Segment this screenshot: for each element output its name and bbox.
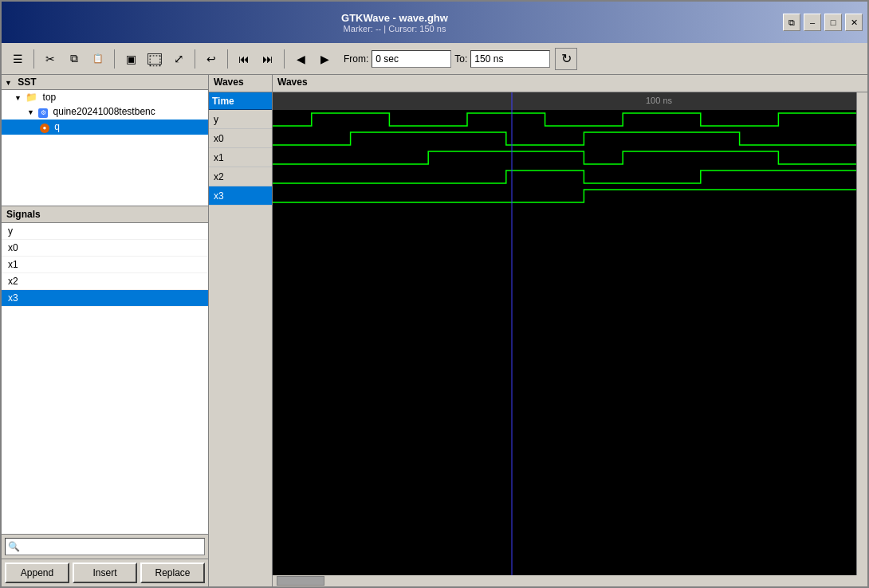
paste-icon: 📋 [92,53,104,64]
main-window: GTKWave - wave.ghw Marker: -- | Cursor: … [0,0,869,588]
signal-item-x2[interactable]: x2 [2,273,208,290]
signal-item-x3[interactable]: x3 [2,290,208,307]
sst-section: SST 📁 top ⚙ quine20241008testbenc ● q [2,75,208,206]
select-region-button[interactable]: ⬚ [144,48,166,70]
toolbar: ✂ ⧉ 📋 ▣ ⬚ ⤢ ↩ ⏮ ⏭ ◀ [2,43,867,75]
separator-3 [195,49,195,69]
waves-col-header: Waves [273,75,867,92]
sst-label: SST [18,76,36,88]
window-subtitle: Marker: -- | Cursor: 150 ns [344,24,446,33]
fast-fwd-button[interactable]: ⏭ [257,48,279,70]
signal-name-x3: x3 [214,190,224,202]
to-input[interactable] [470,50,550,68]
horizontal-scrollbar[interactable] [273,575,856,586]
separator-1 [33,49,34,69]
waves-col-label: Waves [277,76,308,88]
signal-row-x2[interactable]: x2 [209,167,272,186]
top-collapse-icon [14,92,22,103]
tree-item-top-label: top [43,92,57,103]
cut-button[interactable]: ✂ [39,48,61,70]
tree-item-quine-label: quine20241008testbenc [53,106,155,117]
left-panel: SST 📁 top ⚙ quine20241008testbenc ● q [2,75,209,586]
signal-row-y[interactable]: y [209,110,272,129]
signals-list: y x0 x1 x2 x3 [2,223,208,534]
copy-icon: ⧉ [70,52,78,65]
from-label: From: [344,53,368,65]
h-scroll-thumb[interactable] [277,576,324,586]
minimize-button[interactable]: – [804,14,821,31]
signal-label-x2: x2 [8,276,18,287]
prev-button[interactable]: ◀ [289,48,312,70]
zoom-fit-button[interactable]: ⤢ [167,48,190,70]
replace-button[interactable]: Replace [140,563,205,583]
cut-icon: ✂ [45,53,55,65]
top-folder-icon: 📁 [26,92,37,103]
signals-col-label: Waves [214,76,244,88]
append-button[interactable]: Append [5,563,69,583]
sst-header: SST [2,75,208,90]
prev-icon: ◀ [297,53,305,65]
quine-collapse-icon [27,106,34,117]
separator-4 [227,49,228,69]
quine-chip-icon: ⚙ [38,108,48,118]
signal-item-y[interactable]: y [2,223,208,240]
tree-item-quine[interactable]: ⚙ quine20241008testbenc [2,104,208,120]
signal-name-x0: x0 [214,133,224,144]
signal-label-x3: x3 [8,292,18,304]
signals-waves-area: Time y x0 x1 x2 [209,92,867,575]
collapse-icon [5,76,12,88]
signals-header: Signals [2,206,208,223]
title-bar: GTKWave - wave.ghw Marker: -- | Cursor: … [2,2,867,43]
from-to-controls: From: To: [344,50,550,68]
refresh-icon: ↻ [561,51,572,66]
signals-col-header: Waves [209,75,273,92]
first-button[interactable]: ⏮ [233,48,255,70]
separator-2 [114,49,115,69]
paste-button[interactable]: 📋 [87,48,109,70]
hamburger-icon [13,53,23,65]
scrollbar-corner [209,575,273,586]
insert-button[interactable]: Insert [73,563,137,583]
signal-row-x3[interactable]: x3 [209,186,272,206]
waveform-area[interactable] [273,92,856,575]
signal-label-x1: x1 [8,259,18,270]
undo-button[interactable]: ↩ [200,48,222,70]
tree-item-q-label: q [54,121,60,132]
search-bar: 🔍 [2,534,208,559]
right-panel: Waves Waves Time y [209,75,867,586]
to-label: To: [454,53,467,65]
signal-item-x0[interactable]: x0 [2,240,208,257]
window-title: GTKWave - wave.ghw [341,12,448,24]
search-input[interactable] [5,538,205,555]
main-content: SST 📁 top ⚙ quine20241008testbenc ● q [2,75,867,586]
signal-names-column: Time y x0 x1 x2 [209,92,273,575]
from-input[interactable] [372,50,451,68]
signal-name-y: y [214,114,218,125]
tree-item-top[interactable]: 📁 top [2,90,208,104]
signal-item-x1[interactable]: x1 [2,257,208,273]
signal-name-x1: x1 [214,152,224,163]
signal-name-x2: x2 [214,171,224,182]
refresh-button[interactable]: ↻ [555,48,577,70]
close-button[interactable]: ✕ [845,14,863,31]
undo-icon: ↩ [206,53,216,65]
window-controls: ⧉ – □ ✕ [783,14,863,31]
restore-button[interactable]: ⧉ [783,14,800,31]
time-label: Time [212,96,234,107]
waveform-canvas [273,92,856,575]
select-all-icon: ▣ [126,53,136,65]
tree-item-q[interactable]: ● q [2,120,208,135]
time-header: Time [209,92,272,110]
signal-label-y: y [8,225,13,237]
menu-button[interactable] [6,48,29,70]
fast-fwd-icon: ⏭ [262,53,273,65]
signal-row-x0[interactable]: x0 [209,129,272,148]
maximize-button[interactable]: □ [824,14,842,31]
select-all-button[interactable]: ▣ [120,48,142,70]
next-button[interactable]: ▶ [313,48,336,70]
action-buttons: Append Insert Replace [2,559,208,586]
zoom-fit-icon: ⤢ [174,52,184,66]
vertical-scrollbar[interactable] [856,92,867,575]
copy-button[interactable]: ⧉ [63,48,85,70]
signal-row-x1[interactable]: x1 [209,148,272,167]
